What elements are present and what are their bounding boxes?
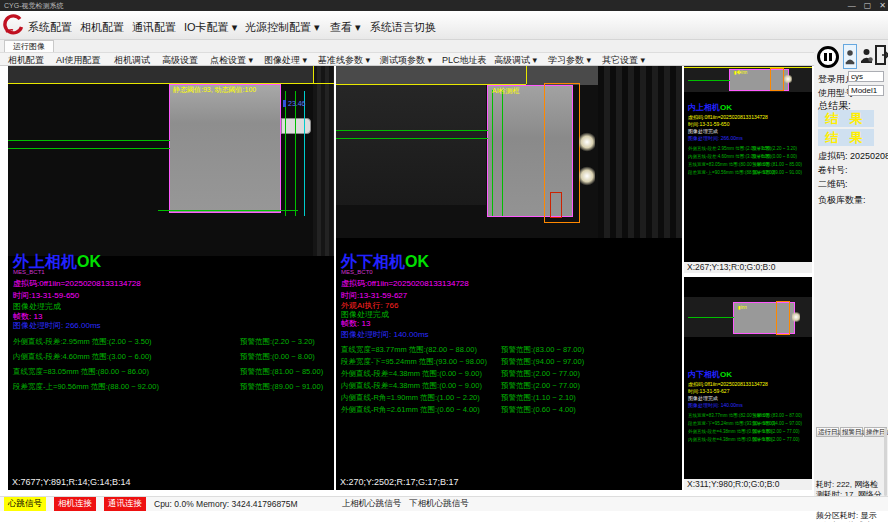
overlay-green-hline-1	[336, 130, 488, 131]
close-icon[interactable]: ✕	[879, 0, 886, 11]
camera-image-outer-upper[interactable]: 静态阈值:93, 动态阈值:100 23.46	[8, 66, 334, 256]
window-controls: — ▢ ✕	[848, 0, 886, 11]
control-panel: 登录用户: 使用型号: 总结果: 结 果 结 果 虚拟码: 20250208 卷…	[814, 40, 888, 496]
result-badge-upper: 结 果	[818, 110, 874, 127]
measure-row: 段差宽度-上=90.56mm 范围:(88.00 ~ 92.00)预警范围:(8…	[8, 382, 334, 392]
tool-ai-config[interactable]: AI使用配置	[56, 54, 101, 66]
pixel-coord-readout: X:267;Y:13;R:0;G:0;B:0	[684, 262, 812, 273]
overlay-green-vline-1	[285, 91, 286, 216]
log-scrollbar[interactable]	[884, 428, 887, 496]
menu-io-config[interactable]: IO卡配置 ▾	[184, 20, 237, 35]
app-logo-icon	[3, 14, 25, 36]
image-machinery	[336, 85, 486, 205]
overlay-red-box	[550, 192, 562, 218]
measure-row: 直线宽度=83.05mm 范围:(80.00 ~ 86.00)预警范围:(81.…	[8, 367, 334, 377]
virtual-code-line: 虚拟码:0ff1iin=20250208133134728	[688, 114, 768, 120]
tool-camera-debug[interactable]: 相机调试	[114, 54, 150, 66]
tool-advanced-set[interactable]: 高级设置	[162, 54, 198, 66]
result-title-inner-upper: 内上相机OK	[688, 102, 732, 113]
ok-status: OK	[405, 253, 429, 270]
status-bar: 心跳信号 相机连接 通讯连接 Cpu: 0.0% Memory: 3424.41…	[0, 496, 888, 511]
overlay-threshold-text: 静态阈值:93, 动态阈值:100	[173, 85, 256, 95]
cpu-memory-readout: Cpu: 0.0% Memory: 3424.41796875M	[154, 499, 298, 509]
model-input[interactable]	[848, 85, 884, 96]
user-icon	[844, 45, 856, 68]
overlay-yellow-vline	[526, 66, 527, 84]
camera-panel-inner-upper[interactable]: ▮�ínn 内上相机OK 虚拟码:0ff1iin=202502081331347…	[684, 66, 812, 273]
tool-plc-table[interactable]: PLC地址表	[442, 54, 487, 66]
menu-system-config[interactable]: 系统配置	[28, 20, 72, 35]
measure-row: 内侧直线-段差:4.60mm 范围:(3.00 ~ 6.00)预警范围:(0.0…	[8, 352, 334, 362]
camera-image-inner-lower[interactable]: ▮ínn	[684, 297, 812, 337]
weld-spot	[579, 166, 595, 186]
pixel-coord-readout: X:311;Y:980;R:0;G:0;B:0	[684, 479, 812, 490]
app-window: CYG-视觉检测系统 — ▢ ✕ 系统配置 相机配置 通讯配置 IO卡配置 ▾ …	[0, 0, 888, 522]
camera-panel-outer-upper[interactable]: 静态阈值:93, 动态阈值:100 23.46 外上相机OK MES_BCT1 …	[8, 66, 334, 490]
measure-row: 直线宽度=83.77mm 范围:(82.00 ~ 88.00)预警范围:(83.…	[336, 345, 682, 355]
camera-panel-inner-lower[interactable]: ▮ínn 内下相机OK 虚拟码:0ff1iin=2025020813313472…	[684, 277, 812, 490]
tool-learn-param[interactable]: 学习参数 ▾	[548, 54, 591, 66]
process-time-line: 图像处理时间: 140.00ms	[341, 329, 429, 340]
maximize-icon[interactable]: ▢	[864, 0, 872, 11]
log-tab-run[interactable]: 运行日志	[816, 427, 839, 437]
virtual-code-label: 虚拟码: 20250208	[818, 150, 888, 163]
log-tab-bar: 运行日志 报警日志 操作日志	[816, 427, 886, 438]
overlay-green-hline	[688, 317, 734, 318]
pixel-coord-readout: X:270;Y:2502;R:17;G:17;B:17	[340, 477, 459, 487]
tool-baseline-param[interactable]: 基准线参数 ▾	[318, 54, 370, 66]
login-user-input[interactable]	[848, 71, 884, 82]
neg-stock-label: 负极库数量:	[818, 194, 866, 207]
menu-camera-config[interactable]: 相机配置	[80, 20, 124, 35]
heartbeat-badge: 心跳信号	[4, 497, 46, 511]
title-bar: CYG-视觉检测系统 — ▢ ✕	[0, 0, 888, 11]
tab-strip: 运行图像	[0, 40, 888, 52]
pause-button[interactable]	[817, 46, 839, 68]
tool-spot-check[interactable]: 点检设置 ▾	[210, 54, 253, 66]
comm-link-badge: 通讯连接	[104, 497, 146, 511]
exit-button[interactable]	[875, 45, 888, 65]
user-settings-button[interactable]	[860, 47, 873, 64]
overlay-green-hline-2	[8, 148, 170, 149]
toolbar: 相机配置 AI使用配置 相机调试 高级设置 点检设置 ▾ 图像处理 ▾ 基准线参…	[0, 52, 888, 66]
virtual-code-line: 虚拟码:0ff1iin=20250208133134728	[688, 381, 768, 387]
overlay-green-hline	[688, 80, 730, 81]
ok-status: OK	[720, 370, 732, 379]
camera-panel-outer-lower[interactable]: AI检测框 外下相机OK MES_BCT0 虚拟码:0ff1iin=202502…	[336, 66, 682, 490]
tool-test-param[interactable]: 测试项参数 ▾	[380, 54, 432, 66]
weld-spot	[579, 132, 595, 152]
camera-image-outer-lower[interactable]: AI检测框	[336, 66, 682, 238]
tab-run-image[interactable]: 运行图像	[4, 40, 54, 52]
image-stripe-texture	[598, 66, 682, 238]
mes-status: MES_BCT1	[13, 269, 45, 275]
measure-row: 段差宽度-下=95.24mm 范围:(93.00 ~ 98.00)预警范围:(9…	[336, 357, 682, 367]
time-line: 时间:13-31-59-650	[13, 290, 79, 301]
camera-image-inner-upper[interactable]: ▮�ínn	[684, 66, 812, 92]
menu-language-switch[interactable]: 系统语言切换	[370, 20, 436, 35]
tool-advanced-debug[interactable]: 高级调试 ▾	[494, 54, 537, 66]
tool-camera-config[interactable]: 相机配置	[8, 54, 44, 66]
menu-view[interactable]: 查看 ▾	[330, 20, 361, 35]
virtual-code-value: 20250208	[850, 151, 888, 161]
window-title: CYG-视觉检测系统	[4, 2, 64, 9]
overlay-magenta-box	[169, 84, 281, 213]
user-login-button[interactable]	[843, 44, 857, 69]
overlay-measure-label: 23.46	[283, 100, 306, 107]
process-time-line: 图像处理时间: 266.00ms	[13, 320, 101, 331]
menu-comm-config[interactable]: 通讯配置	[132, 20, 176, 35]
frame-count-line: 帧数: 13	[341, 318, 370, 329]
camera-link-badge: 相机连接	[54, 497, 96, 511]
log-tab-alarm[interactable]: 报警日志	[840, 427, 863, 437]
menu-bar: 系统配置 相机配置 通讯配置 IO卡配置 ▾ 光源控制配置 ▾ 查看 ▾ 系统语…	[0, 11, 888, 40]
menu-light-config[interactable]: 光源控制配置 ▾	[245, 20, 320, 35]
measure-row: 外侧直线-R角=2.61mm 范围:(0.60 ~ 4.00)预警范围:(0.6…	[336, 405, 682, 415]
tool-other-settings[interactable]: 其它设置 ▾	[602, 54, 645, 66]
overlay-yellow-vline	[313, 66, 314, 83]
minimize-icon[interactable]: —	[848, 0, 856, 11]
weld-spot	[784, 74, 792, 84]
overlay-ai-label: AI检测框	[492, 86, 520, 96]
tool-image-process[interactable]: 图像处理 ▾	[264, 54, 307, 66]
overlay-green-vline-1	[492, 90, 493, 216]
overlay-green-hline-2	[336, 138, 488, 139]
overlay-label: ▮ínn	[738, 305, 747, 310]
measure-row: 内侧直线-段差=4.38mm 范围:(0.00 ~ 9.00)预警范围:(2.0…	[336, 381, 682, 391]
